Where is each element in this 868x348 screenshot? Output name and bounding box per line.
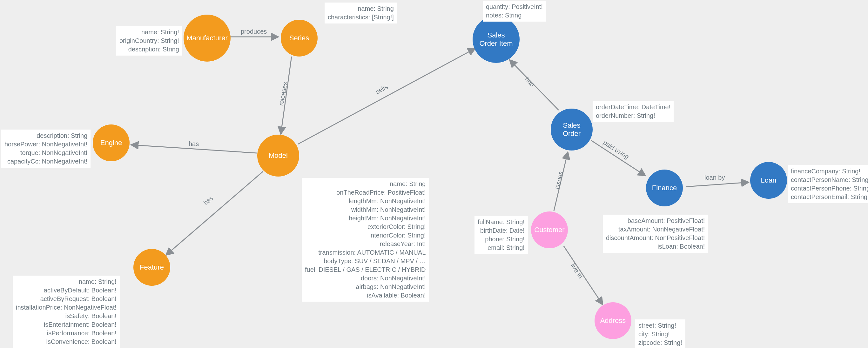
node-series[interactable]: Series: [281, 20, 318, 57]
props-engine: description: String horsePower: NonNegat…: [1, 130, 91, 168]
edge-label-produces: produces: [241, 28, 267, 35]
props-loan: financeCompany: String! contactPersonNam…: [788, 165, 868, 203]
node-engine[interactable]: Engine: [93, 124, 130, 161]
edge-label-has-feature: has: [202, 194, 214, 207]
props-manufacturer: name: String! originCountry: String! des…: [116, 26, 182, 56]
props-series: name: String characteristics: [String!]: [324, 3, 397, 24]
props-feature: name: String! activeByDefault: Boolean! …: [13, 276, 120, 348]
node-manufacturer[interactable]: Manufacturer: [184, 14, 230, 62]
edge-so-has-item: [509, 60, 559, 110]
node-model[interactable]: Model: [257, 135, 299, 177]
props-customer: fullName: String! birthDate: Date! phone…: [474, 216, 528, 254]
node-finance[interactable]: Finance: [646, 169, 683, 207]
props-sales-order: orderDateTime: DateTime! orderNumber: St…: [593, 101, 674, 122]
edge-has-feature: [166, 171, 263, 255]
edge-label-so-has-item: has: [524, 75, 536, 88]
node-loan[interactable]: Loan: [750, 162, 787, 199]
edge-paid-using: [591, 140, 646, 176]
edge-label-live-in: live in: [569, 262, 584, 280]
node-address[interactable]: Address: [594, 302, 631, 339]
diagram-canvas: produces releases has has sells has paid…: [0, 0, 868, 348]
edge-label-issues: issues: [554, 170, 564, 190]
node-sales-order-item[interactable]: Sales Order Item: [473, 16, 520, 63]
edge-label-releases: releases: [278, 81, 289, 106]
node-feature[interactable]: Feature: [133, 249, 170, 286]
edge-loan-by: [686, 182, 749, 187]
edge-label-paid-using: paid using: [602, 139, 630, 161]
props-sales-order-item: quantity: PositiveInt! notes: String: [483, 1, 546, 22]
edge-sells: [298, 48, 475, 144]
edge-label-sells: sells: [374, 83, 389, 96]
edge-label-loan-by: loan by: [705, 174, 725, 181]
props-model: name: String onTheRoadPrice: PositiveFlo…: [302, 178, 429, 302]
edge-label-has-engine: has: [189, 140, 199, 148]
props-finance: baseAmount: PositiveFloat! taxAmount: No…: [603, 215, 708, 253]
node-sales-order[interactable]: Sales Order: [551, 108, 593, 151]
node-customer[interactable]: Customer: [531, 212, 568, 248]
props-address: street: String! city: String! zipcode: S…: [635, 319, 685, 348]
